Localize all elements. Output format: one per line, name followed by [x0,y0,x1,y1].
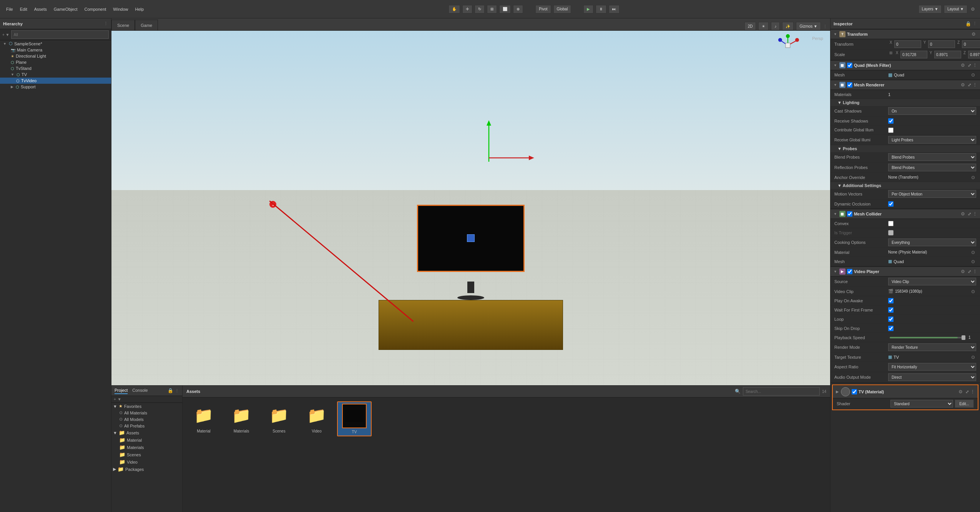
video-player-overflow[interactable]: ⋮ [973,269,977,274]
asset-materials-folder[interactable]: 📁 Materials [224,401,259,436]
cooking-options-dropdown[interactable]: Everything [888,239,976,246]
cast-shadows-dropdown[interactable]: OnOff [888,107,976,115]
asset-tv[interactable]: TV [337,401,372,436]
anchor-override-btn[interactable]: ⊙ [970,175,976,180]
hierarchy-item-tvstand[interactable]: ⬡ TvStand [0,65,111,71]
toolbar-scale[interactable]: ⊞ [487,5,497,13]
material-gear[interactable]: ⚙ [957,389,964,394]
hierarchy-item-samplescene[interactable]: ▼ ⬡ SampleScene* [0,40,111,47]
inspector-lock-icon[interactable]: 🔒 [965,21,971,27]
material-expand[interactable]: ⤢ [965,389,969,394]
toolbar-step[interactable]: ⏭ [609,5,620,13]
scene-toolbar-audio[interactable]: ♪ [771,22,780,30]
is-trigger-checkbox[interactable] [888,230,894,235]
video-player-enabled[interactable] [847,269,852,274]
mesh-target-btn[interactable]: ⊙ [970,72,976,78]
contribute-gi-checkbox[interactable] [888,128,894,133]
hierarchy-options-icon[interactable]: ⋮ [104,21,108,26]
mesh-collider-expand[interactable]: ⤢ [968,212,971,217]
toolbar-transform[interactable]: ⊕ [513,5,523,13]
material-enabled[interactable] [852,389,857,394]
hierarchy-item-maincamera[interactable]: 📷 Main Camera [0,47,111,53]
mesh-filter-expand[interactable]: ⤢ [968,63,971,68]
source-dropdown[interactable]: Video Clip [888,278,976,285]
scale-z[interactable] [968,51,980,58]
menu-help[interactable]: Help [132,6,147,12]
video-clip-btn[interactable]: ⊙ [970,289,976,294]
mesh-collider-gear[interactable]: ⚙ [960,211,966,217]
mesh-collider-overflow[interactable]: ⋮ [973,212,977,217]
tree-packages[interactable]: ▶ 📁 Packages [111,466,182,473]
tree-assets[interactable]: ▼ 📁 Assets [111,429,182,436]
project-options-icon[interactable]: ⋮ [175,388,179,393]
dynamic-occlusion-checkbox[interactable] [888,201,894,207]
menu-edit[interactable]: Edit [17,6,30,12]
toolbar-pause[interactable]: ⏸ [596,5,606,13]
tree-material[interactable]: 📁 Material [111,436,182,444]
receive-gi-dropdown[interactable]: Light Probes [888,136,976,144]
play-on-awake-checkbox[interactable] [888,298,894,303]
audio-output-mode-dropdown[interactable]: Direct [888,373,976,381]
hierarchy-item-tvvideo[interactable]: ⬡ TvVideo [0,78,111,84]
aspect-ratio-dropdown[interactable]: Fit Horizontally [888,363,976,371]
toolbar-move[interactable]: ✛ [462,5,472,13]
scale-y[interactable] [934,51,961,58]
scene-toolbar-gizmos[interactable]: Gizmos ▼ [796,22,821,30]
collider-mesh-btn[interactable]: ⊙ [970,259,976,264]
motion-vectors-dropdown[interactable]: Per Object Motion [888,190,976,198]
toolbar-layout[interactable]: Layout ▼ [944,5,967,13]
playback-speed-slider[interactable] [890,337,965,338]
tab-scene[interactable]: Scene [111,20,135,30]
tab-project[interactable]: Project [115,387,128,394]
tree-scenes[interactable]: 📁 Scenes [111,451,182,458]
mesh-renderer-overflow[interactable]: ⋮ [973,83,977,88]
hierarchy-item-tv[interactable]: ▼ ⬡ TV [0,71,111,78]
scene-toolbar-lighting[interactable]: ☀ [758,22,769,30]
shader-dropdown[interactable]: Standard [890,400,953,408]
asset-video-folder[interactable]: 📁 Video [299,401,334,436]
hierarchy-item-directionallight[interactable]: ☀ Directional Light [0,53,111,59]
menu-window[interactable]: Window [110,6,131,12]
rotation-y[interactable] [928,40,955,48]
additional-settings-header[interactable]: ▼ Additional Settings [831,182,980,189]
receive-shadows-checkbox[interactable] [888,118,894,124]
menu-file[interactable]: File [3,6,16,12]
material-overflow[interactable]: ⋮ [970,389,975,394]
tree-materials[interactable]: 📁 Materials [111,444,182,451]
convex-checkbox[interactable] [888,221,894,226]
tree-video[interactable]: 📁 Video [111,458,182,466]
transform-gear[interactable]: ⚙ [970,31,977,37]
inspector-options-icon[interactable]: ⋮ [973,21,977,26]
light-probes-dropdown[interactable]: Blend Probes [888,153,976,161]
toolbar-play[interactable]: ▶ [583,5,593,13]
toolbar-rect[interactable]: ⬜ [499,5,511,13]
mesh-renderer-enabled[interactable] [847,82,852,88]
loop-checkbox[interactable] [888,316,894,322]
add-dropdown[interactable]: ▼ [118,397,121,401]
toolbar-pivot[interactable]: Pivot [535,5,551,13]
mesh-filter-overflow[interactable]: ⋮ [973,63,977,68]
mesh-collider-enabled[interactable] [847,211,852,217]
menu-component[interactable]: Component [81,6,109,12]
add-btn[interactable]: + [114,397,116,401]
project-lock-icon[interactable]: 🔒 [168,388,173,393]
mesh-filter-enabled[interactable] [847,63,852,68]
wait-first-frame-checkbox[interactable] [888,307,894,313]
tree-all-prefabs[interactable]: ⊙ All Prefabs [111,423,182,429]
asset-scenes-folder[interactable]: 📁 Scenes [262,401,296,436]
target-texture-btn[interactable]: ⊙ [970,355,976,360]
asset-material-folder[interactable]: 📁 Material [186,401,221,436]
account-btn[interactable]: ⚙ [970,7,976,12]
rotation-x[interactable] [894,40,921,48]
tree-favorites[interactable]: ▼ ★ Favorites [111,403,182,409]
mesh-filter-gear[interactable]: ⚙ [960,63,966,68]
hierarchy-item-plane[interactable]: ⬡ Plane [0,59,111,65]
scene-toolbar-fx[interactable]: ✨ [782,22,794,30]
tree-all-materials[interactable]: ⊙ All Materials [111,409,182,416]
render-mode-dropdown[interactable]: Render Texture [888,343,976,351]
asset-search-input[interactable] [743,387,820,396]
toolbar-layers[interactable]: Layers ▼ [919,5,942,13]
reflection-probes-dropdown[interactable]: Blend Probes [888,164,976,171]
menu-gameobject[interactable]: GameObject [51,6,81,12]
skip-on-drop-checkbox[interactable] [888,326,894,331]
